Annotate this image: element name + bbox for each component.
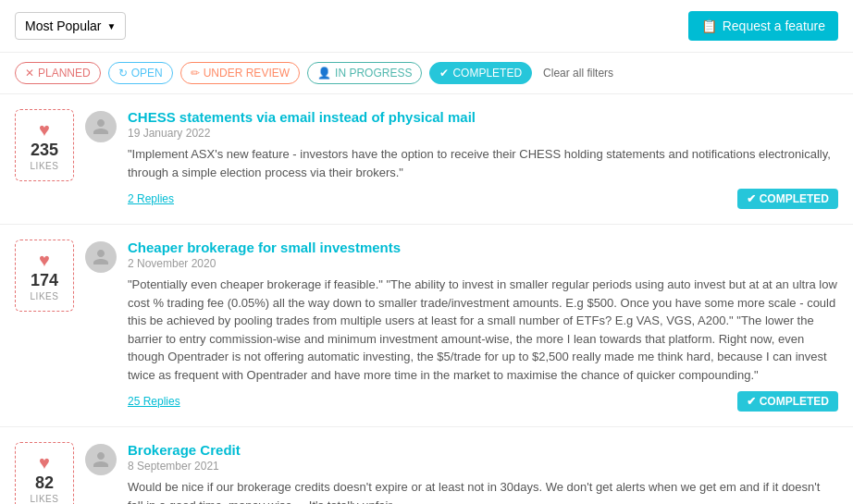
post-date: 2 November 2020 xyxy=(128,257,838,270)
top-bar: Most Popular ▼ 📋 Request a feature xyxy=(0,0,853,53)
post-body: Would be nice if our brokerage credits d… xyxy=(128,478,838,504)
request-feature-button[interactable]: 📋 Request a feature xyxy=(688,11,838,41)
status-label: COMPLETED xyxy=(760,192,829,205)
sort-label: Most Popular xyxy=(25,18,101,33)
post-footer: 2 Replies ✔ COMPLETED xyxy=(128,189,838,209)
chevron-down-icon: ▼ xyxy=(106,21,116,31)
avatar xyxy=(85,444,117,475)
check-icon: ✔ xyxy=(747,192,756,205)
filter-open-label: OPEN xyxy=(131,67,163,80)
avatar xyxy=(85,241,117,273)
person-icon: 👤 xyxy=(317,67,331,80)
avatar xyxy=(85,111,117,142)
post-title[interactable]: Brokerage Credit xyxy=(128,442,241,458)
filter-planned[interactable]: ✕ PLANNED xyxy=(15,62,101,84)
status-label: COMPLETED xyxy=(760,395,829,408)
post-item: ♥ 174 LIKES Cheaper brokerage for small … xyxy=(0,225,853,427)
check-icon: ✔ xyxy=(747,395,756,408)
post-item: ♥ 235 LIKES CHESS statements via email i… xyxy=(0,94,853,225)
post-body: "Implement ASX's new feature - investors… xyxy=(128,145,838,181)
filter-under-review-label: UNDER REVIEW xyxy=(204,67,290,80)
likes-count: 235 xyxy=(31,141,58,161)
request-btn-label: Request a feature xyxy=(723,18,825,33)
likes-count: 82 xyxy=(35,473,54,494)
request-icon: 📋 xyxy=(701,18,717,33)
filter-in-progress[interactable]: 👤 IN PROGRESS xyxy=(307,62,422,84)
heart-icon: ♥ xyxy=(39,250,50,271)
completed-badge: ✔ COMPLETED xyxy=(737,189,838,209)
filter-open[interactable]: ↻ OPEN xyxy=(108,62,173,84)
replies-link[interactable]: 25 Replies xyxy=(128,395,180,408)
post-item: ♥ 82 LIKES Brokerage Credit 8 September … xyxy=(0,427,853,504)
likes-label: LIKES xyxy=(31,494,59,504)
likes-box: ♥ 174 LIKES xyxy=(15,240,74,312)
posts-list: ♥ 235 LIKES CHESS statements via email i… xyxy=(0,94,853,504)
post-content: Brokerage Credit 8 September 2021 Would … xyxy=(128,442,838,504)
likes-label: LIKES xyxy=(31,291,59,301)
x-icon: ✕ xyxy=(25,67,34,80)
post-title[interactable]: Cheaper brokerage for small investments xyxy=(128,240,401,255)
post-footer: 25 Replies ✔ COMPLETED xyxy=(128,391,838,412)
filter-planned-label: PLANNED xyxy=(38,67,91,80)
filter-in-progress-label: IN PROGRESS xyxy=(335,67,412,80)
check-circle-icon: ✔ xyxy=(439,67,449,80)
completed-badge: ✔ COMPLETED xyxy=(737,391,838,412)
refresh-icon: ↻ xyxy=(118,67,128,80)
filter-completed-label: COMPLETED xyxy=(452,67,522,80)
post-body: "Potentially even cheaper brokerage if f… xyxy=(128,276,838,384)
sort-dropdown[interactable]: Most Popular ▼ xyxy=(15,12,126,40)
likes-box: ♥ 235 LIKES xyxy=(15,109,74,181)
pencil-icon: ✏ xyxy=(191,67,200,80)
likes-label: LIKES xyxy=(31,161,59,171)
clear-all-filters[interactable]: Clear all filters xyxy=(543,67,613,80)
post-content: Cheaper brokerage for small investments … xyxy=(128,240,838,412)
filter-under-review[interactable]: ✏ UNDER REVIEW xyxy=(180,62,300,84)
post-title[interactable]: CHESS statements via email instead of ph… xyxy=(128,109,476,125)
post-date: 8 September 2021 xyxy=(128,460,838,473)
heart-icon: ♥ xyxy=(39,119,50,141)
filters-bar: ✕ PLANNED ↻ OPEN ✏ UNDER REVIEW 👤 IN PRO… xyxy=(0,53,853,94)
filter-completed[interactable]: ✔ COMPLETED xyxy=(429,62,532,84)
replies-link[interactable]: 2 Replies xyxy=(128,192,174,205)
likes-box: ♥ 82 LIKES xyxy=(15,442,74,504)
post-date: 19 January 2022 xyxy=(128,127,838,140)
heart-icon: ♥ xyxy=(39,452,50,473)
likes-count: 174 xyxy=(31,271,58,291)
post-content: CHESS statements via email instead of ph… xyxy=(128,109,838,209)
